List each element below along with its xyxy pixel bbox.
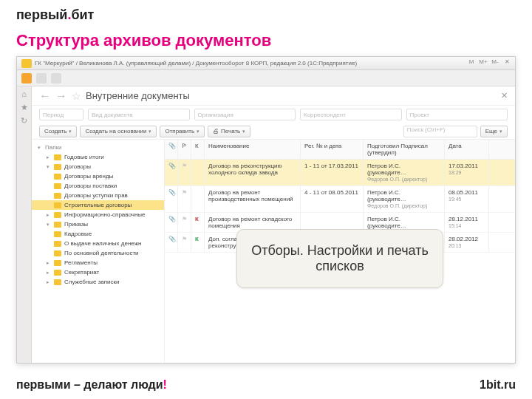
tree-item[interactable]: ▸Служебные записки: [32, 277, 164, 287]
app-menu-icon[interactable]: [21, 59, 32, 68]
toolbar-icon[interactable]: [36, 73, 47, 83]
content-area: ← → ☆ Внутренние документы ✕ Период Вид …: [32, 86, 515, 363]
flag-icon: ⚑: [182, 216, 187, 222]
search-input[interactable]: Поиск (Ctrl+F): [403, 126, 477, 137]
send-button[interactable]: Отправить▾: [160, 126, 205, 137]
tab-title: Внутренние документы: [86, 90, 190, 101]
tree-item[interactable]: Кадровые: [32, 229, 164, 239]
slide-title: Структура архивов документов: [16, 31, 271, 50]
folder-icon: [54, 183, 61, 189]
annotation-callout: Отборы. Настройки и печать списков: [236, 229, 443, 288]
flag-icon: ⚑: [182, 236, 187, 242]
main-toolbar: [17, 70, 515, 86]
paperclip-icon: 📎: [168, 216, 176, 222]
footer-right: 1bit.ru: [480, 378, 516, 392]
tree-item[interactable]: ▸Информационно-справочные: [32, 210, 164, 219]
tree-item[interactable]: ▸Годовые итоги: [32, 152, 164, 162]
tree-item[interactable]: О выдаче наличных денежн: [32, 239, 164, 248]
col-attach[interactable]: 📎: [165, 140, 178, 159]
grid-header: 📎 🏳 К Наименование Рег. № и дата Подгото…: [165, 140, 515, 160]
tree-item[interactable]: Договоры уступки прав: [32, 191, 164, 200]
close-button[interactable]: ✕: [502, 58, 512, 65]
tree-header: ▾Папки: [32, 143, 164, 152]
favorite-icon[interactable]: ☆: [72, 90, 81, 102]
folder-icon: [54, 260, 61, 266]
folder-icon: [54, 202, 61, 208]
fwd-icon[interactable]: →: [55, 89, 67, 103]
doctype-field[interactable]: Вид документа: [88, 109, 190, 120]
print-button[interactable]: 🖨 Печать▾: [208, 126, 250, 137]
paperclip-icon: 📎: [168, 189, 176, 196]
folder-tree: ▾Папки ▸Годовые итоги▾ДоговорыДоговоры а…: [32, 140, 165, 363]
flag-icon: ⚑: [182, 189, 187, 196]
col-name[interactable]: Наименование: [205, 140, 301, 159]
tab-close-icon[interactable]: ✕: [501, 91, 508, 100]
table-row[interactable]: 📎⚑Договор на реконструкцию холодного скл…: [165, 160, 515, 186]
col-date[interactable]: Дата: [445, 140, 489, 159]
corr-field[interactable]: Корреспондент: [300, 109, 402, 120]
folder-icon: [54, 212, 61, 218]
folder-icon: [54, 193, 61, 199]
history-icon[interactable]: ↻: [20, 116, 29, 125]
footer-left: первыми – делают люди!: [16, 378, 167, 392]
col-reg[interactable]: Рег. № и дата: [301, 140, 364, 159]
toolbar-icon[interactable]: [51, 73, 61, 83]
folder-icon: [54, 222, 61, 228]
create-base-button[interactable]: Создать на основании▾: [80, 126, 157, 137]
tree-item[interactable]: По основной деятельности: [32, 248, 164, 258]
folder-icon: [54, 164, 61, 170]
col-sign[interactable]: Подготовил Подписал (утвердил): [364, 140, 445, 159]
action-bar: Создать▾ Создать на основании▾ Отправить…: [32, 123, 515, 140]
home-icon[interactable]: ⌂: [20, 89, 29, 98]
tree-item[interactable]: Договоры аренды: [32, 171, 164, 181]
folder-icon: [54, 270, 61, 276]
flag-icon: ⚑: [182, 163, 187, 169]
folder-icon: [54, 231, 61, 237]
back-icon[interactable]: ←: [39, 89, 51, 103]
paperclip-icon: 📎: [168, 236, 176, 242]
period-field[interactable]: Период: [39, 109, 83, 120]
folder-icon: [54, 174, 61, 180]
sidebar-strip: ⌂ ★ ↻: [17, 86, 32, 363]
col-k[interactable]: К: [191, 140, 205, 159]
restore-button[interactable]: М-: [490, 58, 500, 65]
folder-icon: [54, 250, 61, 256]
tree-item[interactable]: ▾Приказы: [32, 219, 164, 229]
folder-icon: [54, 279, 61, 285]
folder-icon: [54, 154, 61, 160]
window-titlebar: ГК "Меркурий" / Великанова Л.А. (управля…: [17, 57, 515, 70]
table-row[interactable]: 📎⚑Договор на ремонт производственных пом…: [165, 186, 515, 213]
tree-item[interactable]: ▾Договоры: [32, 162, 164, 171]
window-title: ГК "Меркурий" / Великанова Л.А. (управля…: [35, 60, 357, 66]
tree-item[interactable]: ▸Регламенты: [32, 258, 164, 267]
min-button[interactable]: М: [466, 58, 477, 65]
create-button[interactable]: Создать▾: [39, 126, 77, 137]
tree-item[interactable]: Строительные договоры: [32, 200, 164, 210]
nav-icon[interactable]: [21, 73, 32, 83]
more-button[interactable]: Еще▾: [480, 126, 508, 137]
col-flag[interactable]: 🏳: [178, 140, 191, 159]
tree-item[interactable]: ▸Секретариат: [32, 267, 164, 277]
app-window: ГК "Меркурий" / Великанова Л.А. (управля…: [16, 56, 516, 364]
filter-bar: Период Вид документа Организация Корресп…: [32, 106, 515, 123]
folder-icon: [54, 241, 61, 247]
brand-logo: первый.бит: [16, 7, 94, 23]
org-field[interactable]: Организация: [194, 109, 296, 120]
star-icon[interactable]: ★: [20, 103, 29, 112]
max-button[interactable]: М+: [478, 58, 488, 65]
tab-header: ← → ☆ Внутренние документы ✕: [32, 86, 515, 106]
tree-item[interactable]: Договоры поставки: [32, 181, 164, 191]
paperclip-icon: 📎: [168, 163, 176, 169]
project-field[interactable]: Проект: [406, 109, 508, 120]
